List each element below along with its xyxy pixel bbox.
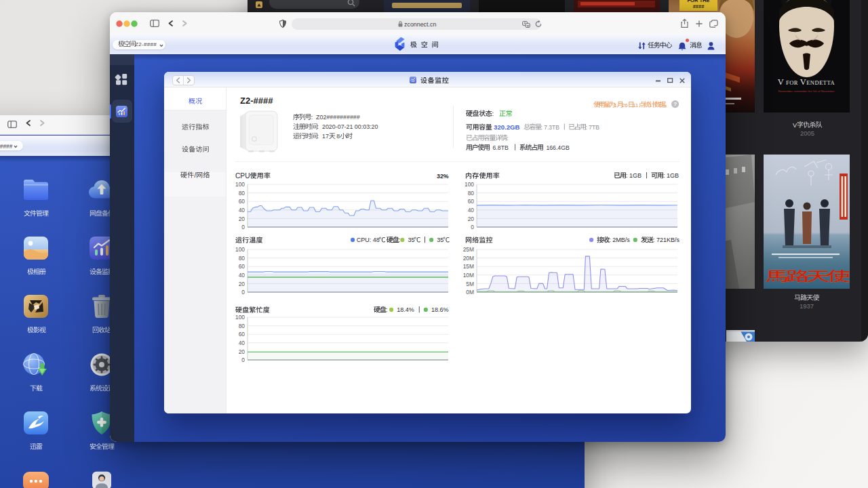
svg-text:25M: 25M [463, 246, 474, 253]
svg-text:1937: 1937 [800, 302, 814, 310]
svg-text:80: 80 [468, 190, 475, 197]
svg-text:5M: 5M [467, 280, 475, 287]
svg-text:: 2MB/s: : 2MB/s [609, 237, 633, 244]
svg-text:40: 40 [239, 272, 245, 279]
svg-text:CPU: CPU [356, 237, 369, 244]
svg-text:20: 20 [239, 280, 245, 287]
svg-text:40: 40 [468, 207, 475, 214]
svg-text:100: 100 [236, 314, 245, 321]
svg-text:60: 60 [468, 198, 475, 205]
svg-text:60: 60 [239, 263, 245, 270]
svg-text:80: 80 [239, 323, 245, 329]
svg-text:1: 1 [614, 102, 616, 108]
svg-text:166.4GB: 166.4GB [542, 144, 569, 151]
svg-text:2005: 2005 [800, 129, 814, 137]
svg-text:: 721KB/s: : 721KB/s [652, 237, 679, 244]
svg-text:40: 40 [239, 207, 245, 214]
svg-text::: : [492, 110, 499, 117]
svg-text:0: 0 [471, 224, 475, 230]
svg-text:: 1GB: : 1GB [626, 173, 644, 180]
svg-text:: 48: : 48 [369, 237, 379, 244]
svg-text:zconnect.cn: zconnect.cn [404, 21, 436, 28]
svg-text:: 1GB: : 1GB [663, 173, 679, 180]
svg-text:35: 35 [406, 237, 415, 244]
svg-text:11: 11 [633, 102, 638, 108]
svg-text:100: 100 [236, 181, 245, 188]
svg-text::: : [386, 306, 389, 313]
svg-text:60: 60 [239, 331, 245, 338]
svg-text:18.4%: 18.4% [395, 306, 416, 313]
svg-text:: 7TB: : 7TB [585, 124, 599, 131]
svg-text:20: 20 [239, 348, 245, 355]
svg-text:80: 80 [239, 254, 245, 261]
svg-text:10M: 10M [463, 272, 474, 279]
svg-text:18.6%: 18.6% [430, 306, 449, 313]
svg-text:0: 0 [242, 289, 245, 296]
svg-text:V: V [793, 121, 797, 128]
svg-text:: 7.3TB: : 7.3TB [540, 124, 561, 131]
svg-text:26: 26 [622, 102, 627, 108]
svg-text:60: 60 [239, 198, 245, 205]
svg-text:/: / [195, 171, 197, 179]
svg-text:80: 80 [239, 190, 245, 197]
svg-text:35: 35 [435, 237, 444, 244]
svg-text:20: 20 [468, 216, 475, 222]
svg-text:32%: 32% [437, 173, 449, 180]
svg-text:8: 8 [335, 133, 340, 140]
svg-text:?: ? [674, 101, 677, 107]
svg-text::: : [399, 237, 401, 244]
svg-text:100: 100 [236, 246, 245, 253]
svg-text:Z2-####: Z2-#### [240, 96, 273, 106]
svg-text:: 2020-07-21 00:03:20: : 2020-07-21 00:03:20 [317, 123, 378, 130]
svg-text:-####: -#### [0, 142, 12, 149]
svg-text:6.8TB: 6.8TB [489, 144, 511, 151]
svg-text:0: 0 [242, 224, 245, 230]
svg-text:: 17: : 17 [317, 133, 329, 140]
svg-text:0M: 0M [467, 289, 475, 296]
svg-text:V FOR VENDETTA: V FOR VENDETTA [778, 77, 835, 87]
svg-text:Remember, remember the 5th of: Remember, remember the 5th of November [778, 89, 835, 93]
svg-text:320.2GB: 320.2GB [494, 123, 519, 131]
svg-text::: : [507, 135, 508, 142]
svg-text:: Z02##########: : Z02########## [311, 114, 360, 121]
svg-text:40: 40 [239, 340, 245, 346]
svg-text:20M: 20M [463, 254, 474, 261]
svg-text:15M: 15M [463, 263, 474, 270]
svg-text:0: 0 [242, 357, 245, 363]
svg-text:20: 20 [239, 216, 245, 222]
svg-text:####: #### [693, 3, 705, 9]
svg-text:100: 100 [465, 181, 474, 188]
svg-text:Z2-####: Z2-#### [135, 42, 157, 48]
svg-text:CPU: CPU [235, 172, 250, 180]
